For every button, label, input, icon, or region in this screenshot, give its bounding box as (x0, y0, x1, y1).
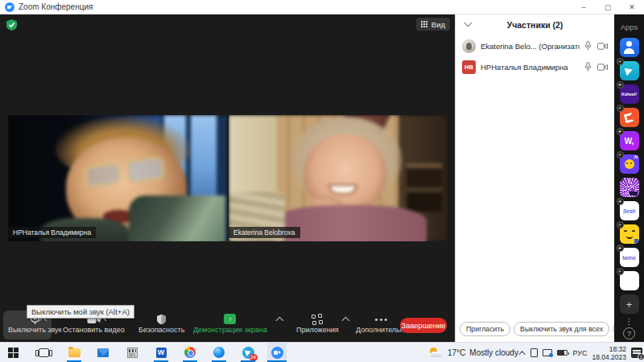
language-indicator[interactable]: РУС (572, 349, 587, 357)
video-grid: НРНаталья Владимирна Ekaterina Belobrova (8, 115, 448, 241)
kahoot-app-icon[interactable]: +Kahoot! (620, 84, 639, 104)
share-screen-button[interactable]: ↑ Демонстрация экрана (193, 312, 267, 334)
participants-panel-title: Участники (2) (507, 20, 564, 30)
share-screen-icon: ↑ (224, 314, 236, 324)
grid-view-icon (421, 21, 428, 28)
close-button[interactable]: ✕ (620, 0, 644, 14)
participant-name-tag: НРНаталья Владимирна (8, 227, 96, 238)
task-view-icon (39, 348, 49, 357)
colorgrid-app-icon[interactable]: + (620, 271, 639, 290)
twine-app-icon[interactable]: +twine (620, 248, 639, 267)
add-app-badge[interactable]: + (617, 198, 624, 205)
view-button[interactable]: Вид (416, 18, 450, 31)
participant-name-tag: Ekaterina Belobrova (229, 227, 300, 238)
camera-status-icon[interactable] (597, 64, 608, 71)
security-shield-icon (156, 314, 167, 325)
view-button-label: Вид (431, 20, 445, 29)
tray-overflow-chevron-icon[interactable] (519, 351, 526, 357)
apps-options-chevron[interactable] (341, 317, 349, 325)
desktop: Zoom Конференция – ▢ ✕ Вид (0, 0, 644, 362)
add-app-badge[interactable]: + (617, 105, 624, 112)
taskbar-weather-widget[interactable]: 17°C Mostly cloudy (429, 343, 518, 362)
burst-app-icon[interactable]: + (620, 178, 639, 197)
wordwall-app-icon[interactable]: +W, (620, 131, 639, 150)
apps-button[interactable]: Приложения (296, 312, 339, 334)
system-tray: РУС 18:32 18.04.2023 2 (521, 343, 642, 362)
weather-temp: 17°C (448, 348, 465, 357)
word-taskbar-icon[interactable]: W (151, 343, 171, 362)
add-app-badge[interactable]: + (617, 151, 624, 158)
start-button[interactable] (3, 343, 23, 362)
add-app-badge[interactable]: + (617, 268, 624, 275)
zoom-taskbar-icon[interactable] (267, 343, 287, 362)
clipchamp-app-icon[interactable]: + (620, 108, 639, 127)
add-app-badge[interactable]: + (617, 221, 624, 228)
browser-swoosh-icon (213, 347, 225, 358)
telegram-icon: 24 (242, 347, 254, 359)
media-player-icon: 321 (127, 348, 138, 358)
share-screen-button-label: Демонстрация экрана (193, 326, 267, 334)
stop-video-button-label: Остановить видео (63, 326, 125, 334)
tray-document-icon[interactable] (530, 348, 538, 357)
date: 18.04.2023 (592, 353, 626, 361)
camera-status-icon[interactable] (597, 43, 608, 50)
edge-taskbar-icon[interactable] (209, 343, 229, 362)
meeting-security-shield-icon[interactable] (6, 19, 17, 31)
invite-button[interactable]: Пригласить (460, 322, 510, 336)
apps-more-kebab-icon[interactable]: ⋮ (625, 320, 634, 323)
mute-all-button[interactable]: Выключить звук для всех (514, 322, 609, 336)
notification-center-icon[interactable]: 2 (631, 348, 642, 358)
participant-row-natalya[interactable]: НВ НРНаталья Владимирна (456, 56, 614, 77)
add-app-badge[interactable]: + (617, 128, 624, 135)
apps-button-label: Приложения (296, 326, 339, 334)
participant-avatar (462, 39, 476, 53)
add-apps-button[interactable]: + (620, 294, 639, 314)
security-button[interactable]: Безопасность (138, 312, 184, 334)
minimize-button[interactable]: – (572, 0, 596, 14)
sesh-app-icon[interactable]: +Sesh (620, 201, 639, 220)
chrome-icon (184, 347, 196, 358)
mail-taskbar-icon[interactable] (93, 343, 113, 362)
apps-icon (312, 314, 323, 325)
word-icon: W (156, 348, 167, 358)
add-app-badge[interactable]: + (617, 58, 624, 65)
video-tile-ekaterina[interactable]: Ekaterina Belobrova (229, 115, 448, 241)
participant-avatar-initials: НВ (462, 60, 476, 74)
smiley-app-icon[interactable]: + (620, 224, 639, 244)
weather-condition: Mostly cloudy (469, 348, 518, 357)
more-dots-icon: ••• (375, 316, 390, 323)
video-feed (229, 115, 448, 241)
tray-display-icon[interactable] (543, 349, 552, 356)
media-player-taskbar-icon[interactable]: 321 (122, 343, 142, 362)
chrome-taskbar-icon[interactable] (180, 343, 200, 362)
panel-collapse-chevron-icon[interactable] (464, 19, 473, 27)
add-app-badge[interactable]: + (617, 245, 624, 252)
task-view-button[interactable] (34, 343, 53, 362)
contacts-app-icon[interactable] (620, 38, 639, 57)
clock[interactable]: 18:32 18.04.2023 (592, 345, 626, 361)
ai-app-icon[interactable]: +AI (620, 154, 639, 174)
zoom-apps-rail: Apps + +Kahoot! + +W, +AI + +Sesh + +twi… (614, 14, 644, 342)
add-app-badge[interactable]: + (617, 81, 624, 88)
battery-icon[interactable] (557, 350, 568, 356)
apps-help-icon[interactable]: ? (623, 327, 635, 339)
mic-status-icon[interactable] (584, 62, 592, 72)
video-feed (8, 115, 228, 241)
telegram-taskbar-icon[interactable]: 24 (238, 343, 258, 362)
file-explorer-taskbar-icon[interactable] (64, 343, 84, 362)
mute-tooltip: Выключить мой звук (Alt+A) (27, 305, 134, 319)
notification-count-badge: 2 (638, 353, 644, 360)
meeting-stage: Вид НРНаталья Владимирна (0, 14, 455, 342)
maximize-button[interactable]: ▢ (596, 0, 620, 14)
apps-rail-title: Apps (621, 23, 638, 31)
end-meeting-button[interactable]: Завершение (400, 318, 447, 333)
share-options-chevron[interactable] (275, 317, 283, 325)
windows-taskbar: 321 W 24 17°C Mostly cloudy РУС 18:32 18… (0, 342, 644, 362)
mic-status-icon[interactable] (584, 41, 592, 51)
send-app-icon[interactable]: + (620, 61, 639, 80)
participant-row-ekaterina[interactable]: Ekaterina Belo... (Организатор, я) (456, 35, 614, 56)
windows-logo-icon (8, 348, 19, 358)
participants-panel: Участники (2) Ekaterina Belo... (Организ… (455, 14, 614, 342)
meeting-toolbar: Выключить звук Остановить видео Выключит… (0, 310, 455, 342)
video-tile-natalya[interactable]: НРНаталья Владимирна (8, 115, 228, 241)
